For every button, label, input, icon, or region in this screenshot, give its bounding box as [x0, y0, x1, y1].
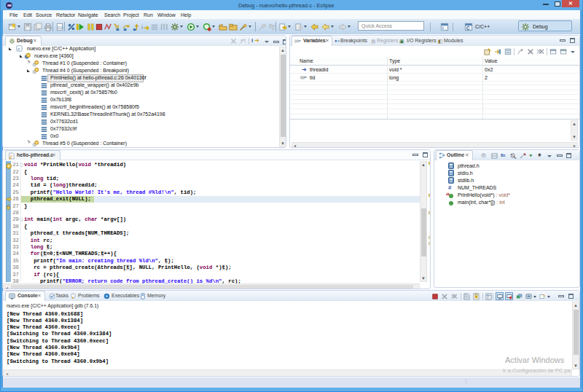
svg-text:C: C — [466, 26, 470, 31]
svg-text:i: i — [141, 24, 144, 31]
svg-text:010: 010 — [58, 26, 63, 30]
svg-text:c: c — [17, 47, 20, 51]
